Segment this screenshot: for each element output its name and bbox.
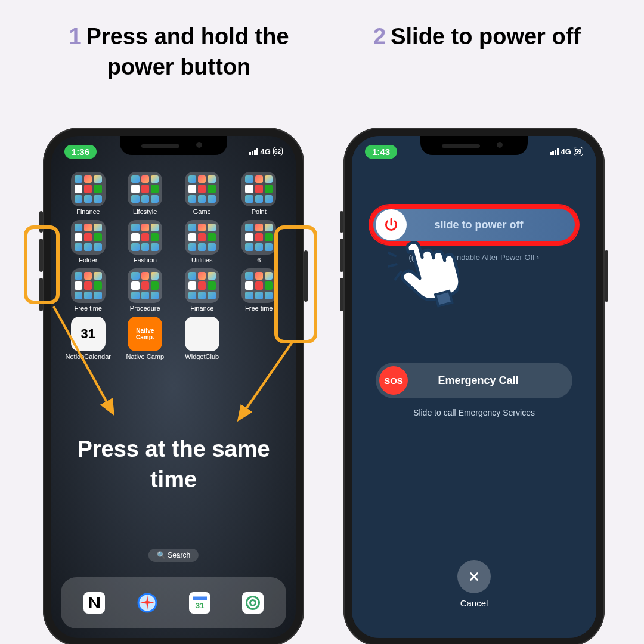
dock-app-notion[interactable]: [76, 585, 112, 621]
folder-label: Finance: [190, 305, 213, 312]
folder-label: Game: [193, 208, 211, 215]
step-number: 1: [69, 24, 81, 49]
folder-icon: [128, 172, 162, 206]
battery-icon: 59: [574, 147, 583, 156]
phone-mock-left: 1:36 4G 62 FinanceLifestyleGamePointFold…: [43, 128, 304, 644]
folder[interactable]: Free time: [60, 268, 117, 312]
app-label: Native Camp: [126, 353, 164, 360]
folder-icon: [185, 172, 219, 206]
folder-label: Free time: [245, 305, 273, 312]
time-pill: 1:36: [64, 145, 97, 159]
step-title: Slide to power off: [391, 24, 581, 49]
signal-bars-icon: [550, 148, 559, 155]
folder-icon: [185, 220, 219, 255]
svg-line-12: [388, 250, 395, 258]
folder[interactable]: Lifestyle: [117, 172, 174, 215]
app[interactable]: 31NotionCalendar: [60, 317, 117, 360]
folder-label: Utilities: [191, 256, 212, 264]
power-off-screen: 1:43 4G 59 slide to power off ((•)) iPho…: [352, 136, 596, 638]
power-button[interactable]: [605, 250, 608, 302]
step-1-heading: 1Press and hold the power button: [36, 21, 322, 83]
folder-label: Fashion: [134, 256, 157, 264]
battery-icon: 62: [273, 147, 283, 156]
app[interactable]: Native Camp.Native Camp: [117, 317, 174, 360]
phone-mock-right: 1:43 4G 59 slide to power off ((•)) iPho…: [343, 128, 605, 644]
svg-line-13: [388, 264, 396, 267]
dock: 31: [61, 577, 286, 628]
svg-rect-4: [193, 597, 207, 600]
folder[interactable]: Folder: [60, 220, 117, 264]
folder-label: Folder: [79, 256, 97, 264]
folder[interactable]: Fashion: [117, 220, 174, 264]
folder-label: Procedure: [130, 305, 160, 312]
folder-label: 6: [257, 256, 261, 264]
highlight-volume-button: [24, 225, 60, 304]
folder[interactable]: Procedure: [117, 268, 174, 312]
app-grid: FinanceLifestyleGamePointFolderFashionUt…: [51, 172, 296, 360]
close-icon: [467, 570, 481, 583]
step-number: 2: [373, 24, 386, 49]
app[interactable]: WidgetClub: [174, 317, 231, 360]
app-icon: [185, 317, 219, 351]
highlight-power-button: [274, 225, 317, 343]
overlay-instruction: Press at the same time: [51, 434, 296, 496]
folder-icon: [242, 268, 276, 303]
network-label: 4G: [261, 147, 271, 156]
pointer-hand-icon: [388, 237, 459, 315]
network-label: 4G: [561, 147, 571, 156]
folder-label: Finance: [76, 208, 100, 215]
folder-icon: [71, 268, 106, 303]
folder-label: Free time: [75, 305, 102, 312]
svg-rect-6: [242, 592, 264, 614]
search-label: Search: [168, 551, 190, 559]
svg-text:31: 31: [196, 601, 205, 610]
folder-label: Lifestyle: [133, 208, 157, 215]
notch: [420, 136, 528, 155]
app-label: NotionCalendar: [66, 353, 111, 360]
mute-switch[interactable]: [340, 211, 343, 233]
app-icon: Native Camp.: [128, 317, 162, 351]
slide-label: slide to power off: [407, 219, 575, 231]
folder[interactable]: Game: [174, 172, 231, 215]
volume-down-button[interactable]: [340, 278, 343, 311]
sos-icon[interactable]: SOS: [379, 366, 408, 395]
dock-app-safari[interactable]: [129, 585, 165, 621]
folder-icon: [128, 268, 162, 303]
folder-icon: [242, 172, 276, 206]
folder-icon: [128, 220, 162, 255]
emergency-call-slider[interactable]: SOS Emergency Call: [376, 363, 572, 398]
folder[interactable]: Finance: [60, 172, 117, 215]
svg-rect-11: [435, 291, 452, 306]
folder-icon: [71, 172, 106, 206]
app-label: WidgetClub: [185, 353, 219, 360]
folder-icon: [71, 220, 106, 255]
notch: [120, 136, 227, 155]
folder[interactable]: Point: [231, 172, 288, 215]
sos-label: Emergency Call: [408, 374, 572, 387]
app-icon: 31: [71, 317, 106, 351]
cancel-label: Cancel: [457, 598, 491, 608]
dock-app-chatgpt[interactable]: [235, 585, 271, 621]
step-title: Press and hold the power button: [86, 24, 289, 79]
search-pill[interactable]: 🔍 Search: [148, 549, 199, 562]
signal-bars-icon: [249, 148, 258, 155]
cancel-button[interactable]: [457, 560, 491, 593]
folder[interactable]: Finance: [174, 268, 231, 312]
volume-up-button[interactable]: [340, 239, 343, 272]
step-2-heading: 2Slide to power off: [334, 21, 620, 52]
folder-icon: [242, 220, 276, 255]
dock-app-calendar[interactable]: 31: [182, 585, 218, 621]
home-screen: 1:36 4G 62 FinanceLifestyleGamePointFold…: [51, 136, 296, 638]
sos-subtext: Slide to call Emergency Services: [376, 408, 572, 417]
folder[interactable]: Utilities: [174, 220, 231, 264]
folder-label: Point: [252, 208, 267, 215]
time-pill: 1:43: [365, 145, 397, 159]
folder-icon: [185, 268, 219, 303]
power-icon[interactable]: [376, 209, 407, 240]
